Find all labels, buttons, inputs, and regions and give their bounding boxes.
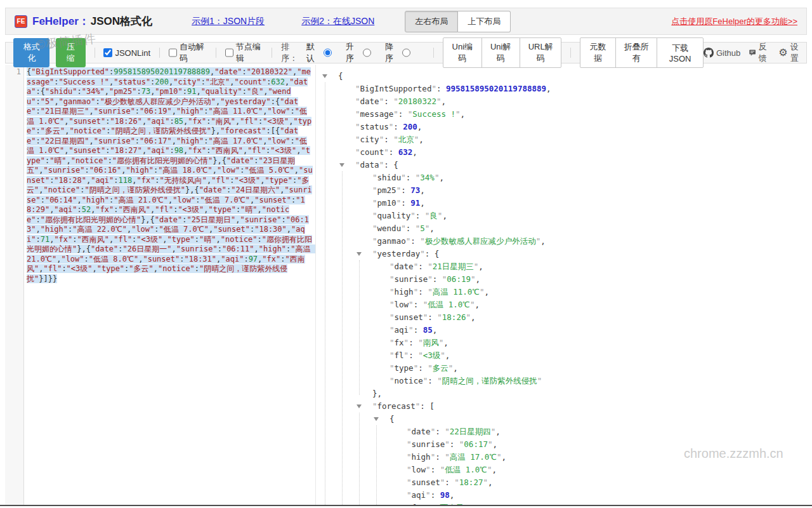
sort-asc-radio-input[interactable] [363,48,371,57]
tree-row: "date": "21日星期三", [316,260,807,273]
tree-row: "fl": "<3级", [316,349,807,362]
line-number: 1 [5,67,21,76]
node-edit-checkbox-input[interactable] [225,48,233,57]
source-editor-pane: 1 {"BigIntSupported":9958158950201197888… [5,65,316,505]
tree-row: "sunrise": "06:17", [316,438,807,451]
github-link-label: Github [716,48,740,58]
sort-default-radio-label: 默认 [306,41,319,64]
more-features-link[interactable]: 点击使用原FeHelper的更多功能>> [671,16,797,27]
tree-row: "low": "低温 1.0℃", [316,464,807,476]
tree-row: { [316,413,807,425]
tree-row: { [316,70,807,83]
tree-row: "pm25": 73, [316,184,807,197]
tree-row: "notice": "阴晴之间，谨防紫外线侵扰" [316,375,807,387]
tree-row: "date": "20180322", [316,95,807,108]
tree-row: "low": "低温 1.0℃", [316,298,807,311]
feedback-link-label: 反馈 [759,41,770,64]
meta-button-group: 元数据 折叠所有 下载JSON [580,37,704,68]
feedback-link[interactable]: 反馈 [749,41,769,64]
uni-encode-button[interactable]: Uni编码 [443,37,481,68]
tree-row: "fx": "西南风", [316,502,807,505]
auto-decode-checkbox[interactable]: 自动解码 [169,41,207,64]
feedback-icon [749,48,756,57]
collapse-triangle-icon[interactable] [357,404,362,408]
sort-default-radio[interactable]: 默认 [306,41,332,64]
collapse-triangle-icon[interactable] [322,74,327,78]
sort-desc-radio-label: 降序 [385,41,398,64]
format-button[interactable]: 格式化 [13,38,49,67]
tree-row: "BigIntSupported": 995815895020119788889… [316,83,807,95]
sort-label: 排序： [281,41,302,64]
github-link[interactable]: Github [704,48,740,58]
toolbar-separator [433,48,434,58]
layout-toggle-group: 左右布局 上下布局 [405,11,511,32]
tree-row: "shidu": "34%", [316,171,807,184]
tree-row: "forecast": [ [316,400,807,413]
tree-row: "wendu": "5", [316,222,807,235]
brand-text: FeHelper： [32,14,89,29]
tree-row: "aqi": 98, [316,489,807,502]
sort-desc-radio-input[interactable] [402,48,410,57]
json-source-text[interactable]: {"BigIntSupported":995815895020119788889… [24,65,315,505]
settings-link[interactable]: ⚙ 设置 [778,41,799,64]
tree-row: "sunrise": "06:19", [316,273,807,286]
auto-decode-checkbox-label: 自动解码 [180,41,207,64]
auto-decode-checkbox-input[interactable] [169,48,177,57]
node-edit-checkbox-label: 节点编辑 [236,41,263,64]
gear-icon: ⚙ [778,48,787,58]
node-edit-checkbox[interactable]: 节点编辑 [225,41,263,64]
tree-row: "quality": "良", [316,210,807,222]
tree-row: "sunset": "18:26", [316,311,807,324]
github-icon [704,48,714,58]
encode-button-group: Uni编码 Uni解码 URL解码 [443,37,561,68]
url-decode-button[interactable]: URL解码 [520,37,561,68]
settings-link-label: 设置 [790,41,799,64]
main-area: 1 {"BigIntSupported":9958158950201197888… [5,65,807,505]
jsonlint-checkbox-label: JSONLint [115,48,150,58]
uni-decode-button[interactable]: Uni解码 [481,37,520,68]
collapse-all-button[interactable]: 折叠所有 [615,37,658,68]
example1-link[interactable]: 示例1：JSON片段 [192,16,265,27]
tree-row: "type": "多云", [316,362,807,375]
toolbar-links: Github 反馈 ⚙ 设置 [704,41,799,64]
tree-row: "yesterday": { [316,248,807,260]
sort-default-radio-input[interactable] [324,48,332,57]
layout-top-bottom-button[interactable]: 上下布局 [458,11,511,32]
toolbar-separator [159,48,160,58]
tree-row: "message": "Success !", [316,108,807,121]
bottom-border-line [0,505,812,506]
collapse-triangle-icon[interactable] [374,417,379,421]
tree-row: "status": 200, [316,121,807,133]
tree-row: "high": "高温 17.0℃", [316,451,807,464]
tree-row: "sunset": "18:27", [316,476,807,489]
sort-desc-radio[interactable]: 降序 [385,41,410,64]
metadata-button[interactable]: 元数据 [580,37,616,68]
layout-left-right-button[interactable]: 左右布局 [405,11,458,32]
page-title: JSON格式化 [91,14,152,29]
line-number-gutter: 1 [5,65,24,505]
json-tree: {"BigIntSupported": 99581589502011978888… [316,65,807,505]
example2-link[interactable]: 示例2：在线JSON [301,16,374,27]
tree-row: "date": "22日星期四", [316,425,807,438]
tree-row: "pm10": 91, [316,197,807,210]
collapse-triangle-icon[interactable] [339,163,344,167]
sort-asc-radio[interactable]: 升序 [346,41,371,64]
tree-row: "city": "北京", [316,133,807,146]
toolbar-separator [95,48,95,58]
tree-row: }, [316,387,807,400]
tree-row: "high": "高温 11.0℃", [316,286,807,298]
tree-row: "aqi": 85, [316,324,807,337]
collapse-triangle-icon[interactable] [357,252,362,256]
tree-row: "data": { [316,159,807,171]
header-bar: FE FeHelper： JSON格式化 示例1：JSON片段 示例2：在线JS… [5,8,807,35]
toolbar-separator [272,48,272,58]
toolbar-separator [216,48,216,58]
jsonlint-checkbox[interactable]: JSONLint [103,48,150,58]
fehelper-logo-icon: FE [15,15,27,28]
toolbar-separator [570,48,571,58]
compress-button[interactable]: 压缩 [56,38,85,67]
jsonlint-checkbox-input[interactable] [103,48,112,57]
download-json-button[interactable]: 下载JSON [657,37,703,68]
toolbar: ©极简插件 格式化 压缩 JSONLint 自动解码 节点编辑 排序： 默认 升… [5,42,807,64]
sort-asc-radio-label: 升序 [346,41,358,64]
